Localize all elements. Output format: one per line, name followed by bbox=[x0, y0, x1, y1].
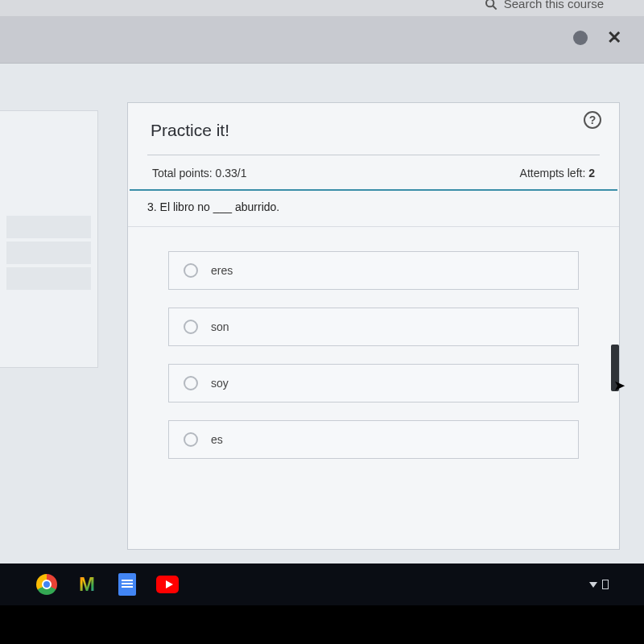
sidebar-item[interactable] bbox=[6, 216, 91, 238]
content-area: Practice it! ? Total points: 0.33/1 Atte… bbox=[0, 63, 644, 570]
attempts-left: Attempts left: 2 bbox=[520, 167, 595, 180]
option-son[interactable]: son bbox=[168, 308, 579, 346]
docs-app-icon[interactable] bbox=[116, 573, 138, 596]
info-icon[interactable] bbox=[573, 31, 588, 45]
below-screen bbox=[0, 605, 644, 644]
card-title: Practice it! bbox=[151, 121, 597, 140]
battery-icon bbox=[602, 580, 609, 589]
radio-icon bbox=[184, 376, 198, 390]
attempts-value: 2 bbox=[588, 167, 595, 180]
card-header: Practice it! ? bbox=[128, 103, 619, 151]
total-points: Total points: 0.33/1 bbox=[152, 167, 247, 180]
option-soy[interactable]: soy bbox=[168, 364, 579, 402]
chrome-app-icon[interactable] bbox=[35, 573, 58, 596]
youtube-app-icon[interactable] bbox=[156, 573, 179, 596]
course-search[interactable]: Search this course bbox=[485, 0, 604, 10]
help-icon[interactable]: ? bbox=[584, 111, 601, 129]
quiz-card: Practice it! ? Total points: 0.33/1 Atte… bbox=[127, 102, 620, 550]
search-icon bbox=[485, 0, 497, 10]
radio-icon bbox=[184, 263, 198, 278]
sidebar-item[interactable] bbox=[6, 267, 91, 290]
option-label: son bbox=[211, 320, 229, 333]
attempts-label: Attempts left: bbox=[520, 167, 589, 180]
radio-icon bbox=[184, 320, 198, 334]
option-eres[interactable]: eres bbox=[168, 251, 579, 290]
gmail-app-icon[interactable]: M bbox=[76, 573, 98, 596]
os-taskbar: M bbox=[0, 564, 644, 605]
option-label: es bbox=[211, 433, 223, 446]
stats-row: Total points: 0.33/1 Attempts left: 2 bbox=[130, 155, 617, 191]
question-text: 3. El libro no ___ aburrido. bbox=[128, 191, 619, 227]
left-sidebar bbox=[0, 110, 98, 368]
close-icon[interactable]: ✕ bbox=[607, 27, 621, 48]
option-label: soy bbox=[211, 377, 229, 390]
search-label: Search this course bbox=[504, 0, 604, 10]
svg-line-1 bbox=[493, 6, 497, 10]
option-label: eres bbox=[211, 264, 233, 277]
radio-icon bbox=[184, 432, 198, 447]
sidebar-item[interactable] bbox=[6, 242, 91, 264]
system-tray[interactable] bbox=[589, 580, 609, 589]
header-actions: ✕ bbox=[573, 27, 621, 48]
chevron-down-icon bbox=[589, 582, 597, 588]
option-es[interactable]: es bbox=[168, 420, 579, 459]
answer-options: eres son soy es bbox=[128, 227, 619, 467]
mouse-cursor-icon: ➤ bbox=[613, 377, 625, 394]
